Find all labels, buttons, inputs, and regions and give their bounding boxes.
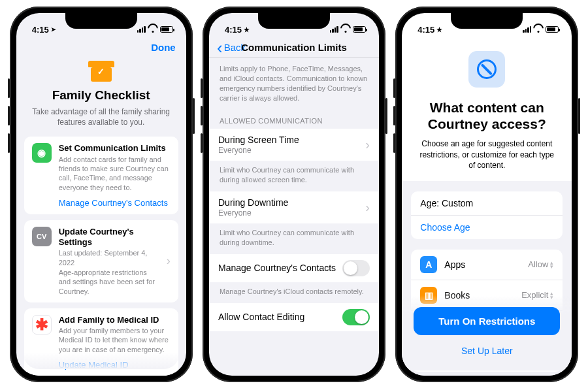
allow-contact-editing-toggle[interactable]	[342, 309, 370, 325]
notch	[451, 13, 523, 29]
card-medical-id[interactable]: ✱ Add Family to Medical ID Add your fami…	[24, 308, 178, 376]
card-title: Set Communication Limits	[59, 143, 171, 154]
page-subtitle: Take advantage of all the family sharing…	[31, 106, 172, 127]
info-note: Limit who Courtney can communicate with …	[209, 223, 379, 254]
done-button[interactable]: Done	[151, 42, 176, 53]
row-label: Apps	[444, 259, 465, 270]
star-indicator-icon: ★	[244, 26, 250, 33]
chevron-right-icon: ›	[167, 254, 171, 268]
row-title: Manage Courtney's Contacts	[218, 263, 336, 273]
choose-age-label: Choose Age	[420, 222, 470, 233]
set-up-later-button[interactable]: Set Up Later	[414, 338, 560, 364]
battery-icon	[160, 26, 173, 33]
row-during-downtime[interactable]: During Downtime Everyone ›	[209, 191, 379, 223]
row-sub: Everyone	[218, 146, 299, 155]
card-update-settings[interactable]: CV Update Courtney's Settings Last updat…	[24, 220, 178, 302]
info-note: Limits apply to Phone, FaceTime, Message…	[209, 57, 379, 109]
card-title: Add Family to Medical ID	[59, 315, 171, 325]
row-sub: Everyone	[218, 208, 288, 218]
location-indicator-icon: ➤	[51, 26, 56, 33]
page-subtitle: Choose an age for suggested content rest…	[419, 139, 555, 171]
signal-icon	[523, 26, 531, 33]
row-title: During Downtime	[218, 197, 288, 208]
section-header: Allowed Communication	[209, 109, 379, 129]
row-during-screen-time[interactable]: During Screen Time Everyone ›	[209, 129, 379, 161]
phone-communication-limits: 4:15 ★ Back Communication Limits Limits …	[203, 7, 385, 382]
signal-icon	[137, 26, 146, 33]
wifi-icon	[534, 26, 543, 33]
signal-icon	[330, 26, 338, 33]
phone-family-checklist: 4:15 ➤ Done ✓ Family Checklist	[10, 7, 193, 382]
back-button[interactable]: Back	[217, 42, 246, 53]
page-title: Family Checklist	[31, 88, 172, 103]
nav-bar: Done	[16, 39, 186, 57]
row-title: Allow Contact Editing	[218, 312, 304, 322]
battery-icon	[546, 26, 559, 33]
info-note: Limit who Courtney can communicate with …	[209, 161, 379, 191]
card-desc: Add contact cards for family and friends…	[59, 155, 171, 192]
chevron-right-icon: ›	[365, 200, 370, 215]
notch	[258, 13, 330, 29]
status-time: 4:15	[417, 25, 434, 35]
page-title: What content can Courtney access?	[419, 99, 555, 132]
manage-contacts-link[interactable]: Manage Courtney's Contacts	[59, 198, 171, 208]
status-time: 4:15	[32, 25, 49, 35]
row-value: Allow ▴▾	[528, 259, 553, 269]
update-medical-id-link[interactable]: Update Medical ID	[59, 360, 171, 370]
restriction-icon	[468, 51, 505, 88]
row-allow-contact-editing: Allow Contact Editing	[209, 303, 379, 331]
phone-content-restrictions: 4:15 ★ What content can Courtney access?…	[395, 7, 578, 382]
card-sub: Last updated: September 4, 2022	[59, 248, 159, 267]
wifi-icon	[341, 26, 350, 33]
row-title: During Screen Time	[218, 135, 299, 145]
choose-age-button[interactable]: Choose Age	[411, 215, 563, 239]
turn-on-restrictions-button[interactable]: Turn On Restrictions	[414, 307, 560, 335]
app-icon: A	[420, 256, 437, 273]
card-communication-limits[interactable]: ◉ Set Communication Limits Add contact c…	[24, 137, 178, 214]
card-title: Update Courtney's Settings	[59, 227, 159, 248]
manage-contacts-toggle[interactable]	[342, 260, 370, 276]
back-label: Back	[224, 42, 246, 53]
stepper-icon: ▴▾	[550, 261, 553, 269]
nav-bar: Back Communication Limits	[209, 39, 379, 57]
row-manage-contacts: Manage Courtney's Contacts	[209, 254, 379, 282]
notch	[65, 13, 137, 29]
family-checklist-icon: ✓	[88, 58, 114, 82]
battery-icon	[353, 26, 366, 33]
contacts-icon: ◉	[32, 143, 52, 163]
avatar: CV	[32, 227, 52, 246]
chevron-right-icon: ›	[365, 137, 370, 152]
card-desc: Age-appropriate restrictions and setting…	[59, 268, 159, 296]
star-indicator-icon: ★	[436, 26, 442, 33]
content-row-apps[interactable]: AAppsAllow ▴▾	[411, 250, 563, 280]
wifi-icon	[148, 26, 157, 33]
age-group: Age: Custom Choose Age	[411, 191, 563, 239]
medical-id-icon: ✱	[32, 315, 52, 335]
card-desc: Add your family members to your Medical …	[59, 326, 171, 354]
age-row: Age: Custom	[411, 191, 563, 215]
status-time: 4:15	[225, 25, 242, 35]
info-note: Manage Courtney's iCloud contacts remote…	[209, 282, 379, 303]
